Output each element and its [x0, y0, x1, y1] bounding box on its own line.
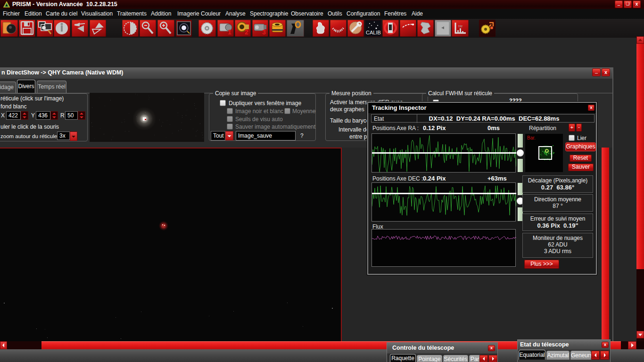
svg-text:CALIB: CALIB: [366, 30, 381, 35]
svg-text:3: 3: [262, 28, 266, 36]
svg-text:htr: htr: [458, 24, 463, 28]
svg-text:2: 2: [245, 28, 248, 36]
svg-text:1: 1: [228, 28, 231, 36]
